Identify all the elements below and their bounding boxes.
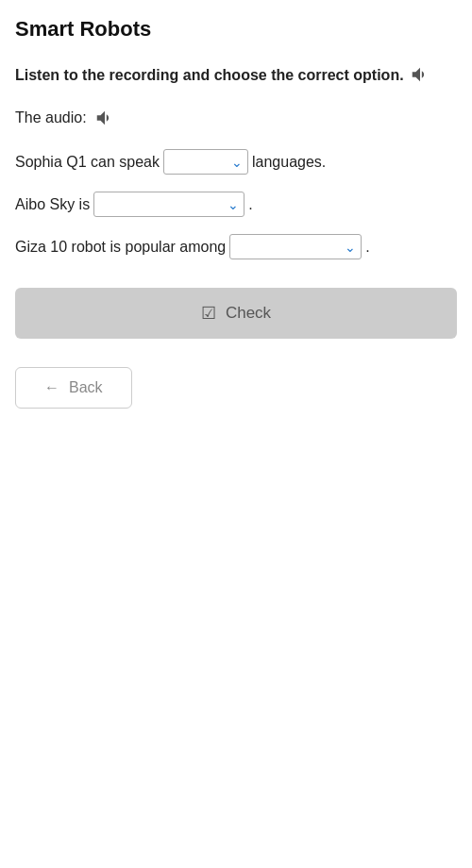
check-button-label: Check [226, 304, 271, 323]
instruction-speaker-icon[interactable] [410, 64, 430, 85]
back-arrow-icon: ← [44, 379, 59, 396]
question-1-select[interactable]: 9 6 12 [163, 149, 248, 175]
page-title: Smart Robots [15, 17, 457, 42]
question-3-row: Giza 10 robot is popular among children … [15, 234, 457, 259]
question-2-prefix: Aibo Sky is [15, 196, 90, 213]
check-button[interactable]: ☑ Check [15, 288, 457, 339]
question-3-prefix: Giza 10 robot is popular among [15, 239, 226, 256]
question-3-select[interactable]: children adults scientists [229, 234, 362, 259]
question-3-dropdown-wrapper: children adults scientists ⌄ [229, 234, 362, 259]
audio-speaker-icon[interactable] [94, 108, 115, 128]
question-1-suffix: languages. [252, 154, 326, 171]
audio-label: The audio: [15, 109, 87, 126]
question-2-dropdown-wrapper: a dog robot a cat robot a bird robot ⌄ [93, 192, 244, 217]
question-3-suffix: . [365, 239, 369, 256]
audio-row: The audio: [15, 108, 457, 128]
question-1-prefix: Sophia Q1 can speak [15, 154, 160, 171]
question-2-row: Aibo Sky is a dog robot a cat robot a bi… [15, 192, 457, 217]
back-button-label: Back [69, 379, 103, 396]
instruction-text: Listen to the recording and choose the c… [15, 64, 404, 87]
question-2-select[interactable]: a dog robot a cat robot a bird robot [93, 192, 244, 217]
check-icon: ☑ [201, 303, 216, 324]
back-button[interactable]: ← Back [15, 367, 132, 409]
question-1-dropdown-wrapper: 9 6 12 ⌄ [163, 149, 248, 175]
question-1-row: Sophia Q1 can speak 9 6 12 ⌄ languages. [15, 149, 457, 175]
question-2-suffix: . [248, 196, 252, 213]
